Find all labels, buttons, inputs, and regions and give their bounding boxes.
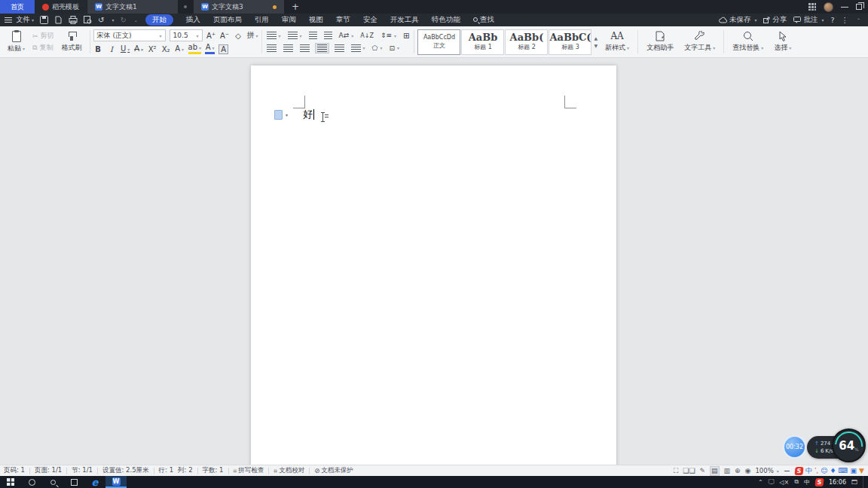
clear-format-button[interactable]: ◇ bbox=[234, 31, 243, 41]
start-button[interactable] bbox=[0, 476, 21, 488]
doc-proof-button[interactable]: ⌗文档校对 bbox=[274, 466, 304, 475]
select-button[interactable]: 选择▾ bbox=[769, 31, 796, 53]
text-tool-button[interactable]: 文字工具▾ bbox=[679, 31, 720, 53]
doc-protect-button[interactable]: ⊘文档未保护 bbox=[314, 466, 353, 475]
ime-emoji-icon[interactable]: ☺ bbox=[821, 467, 827, 474]
save-icon[interactable] bbox=[40, 16, 48, 24]
menu-find[interactable]: 查找 bbox=[473, 15, 494, 25]
book-view-icon[interactable]: ❑❑ bbox=[683, 467, 695, 475]
unsaved-status[interactable]: 未保存▾ bbox=[719, 15, 757, 25]
menu-tab-developer[interactable]: 开发工具 bbox=[390, 15, 419, 25]
ime-keyboard-icon[interactable]: ⌨ bbox=[839, 467, 848, 474]
numbered-list-button[interactable]: ▾ bbox=[286, 31, 304, 40]
document-text[interactable]: 好 bbox=[303, 108, 314, 121]
insert-table-button[interactable]: ⊞ bbox=[402, 31, 411, 41]
subscript-button[interactable]: X₂ bbox=[161, 44, 171, 54]
increase-indent-button[interactable] bbox=[322, 31, 334, 40]
paragraph-settings-button[interactable]: ▾ bbox=[350, 44, 367, 53]
sort-button[interactable]: A↓Z bbox=[359, 32, 375, 40]
style-heading-3[interactable]: AaBbC( 标题 3 bbox=[549, 29, 591, 55]
more-menu-icon[interactable]: ⋮ bbox=[841, 16, 848, 24]
performance-ball-widget[interactable]: 64% bbox=[832, 429, 866, 462]
menu-tab-view[interactable]: 视图 bbox=[309, 15, 323, 25]
line-spacing-button[interactable]: ⇕≡▾ bbox=[379, 31, 398, 40]
network-tray-icon[interactable]: ⧉ bbox=[794, 478, 799, 486]
tab-document-1[interactable]: W 文字文稿1 bbox=[87, 0, 178, 14]
eye-protect-icon[interactable]: ◉ bbox=[745, 467, 751, 475]
volume-tray-icon[interactable]: ◁× bbox=[779, 479, 789, 486]
wps-taskbar-button[interactable]: W bbox=[105, 476, 127, 488]
sogou-tray-icon[interactable]: S bbox=[815, 478, 824, 486]
style-normal[interactable]: AaBbCcDd 正文 bbox=[417, 29, 460, 55]
cut-button[interactable]: ✂剪切 bbox=[32, 31, 54, 41]
redo-icon[interactable]: ↻ bbox=[120, 16, 126, 24]
collapse-ribbon-icon[interactable]: ⌃ bbox=[857, 17, 860, 23]
menu-tab-special-features[interactable]: 特色功能 bbox=[432, 15, 460, 25]
ime-lang-toggle[interactable]: 中 bbox=[805, 466, 812, 476]
user-avatar[interactable] bbox=[824, 2, 833, 12]
quickbar-more-icon[interactable]: ⌄ bbox=[134, 17, 138, 23]
ime-lang-tray[interactable]: 中 bbox=[804, 478, 810, 486]
font-size-select[interactable]: 10.5▾ bbox=[170, 29, 203, 41]
restore-button[interactable] bbox=[856, 4, 862, 10]
page-view-icon[interactable]: ▤ bbox=[710, 466, 720, 476]
styles-scroll-down-icon[interactable]: ▼ bbox=[594, 43, 598, 48]
minimize-button[interactable] bbox=[841, 3, 848, 11]
doc-assistant-button[interactable]: 文档助手 bbox=[641, 31, 679, 53]
spell-check-button[interactable]: ⌗拼写检查 bbox=[234, 466, 264, 475]
style-heading-2[interactable]: AaBb( 标题 2 bbox=[505, 29, 548, 55]
decrease-indent-button[interactable] bbox=[307, 31, 319, 40]
ime-skin-icon[interactable]: ▼ bbox=[859, 467, 864, 474]
new-style-button[interactable]: A̶A 新样式▾ bbox=[600, 32, 634, 53]
timer-widget[interactable]: 00:32 bbox=[783, 435, 806, 459]
borders-button[interactable]: ⊡▾ bbox=[387, 44, 401, 53]
new-tab-button[interactable]: + bbox=[284, 0, 307, 14]
print-preview-icon[interactable] bbox=[84, 16, 92, 24]
show-desktop-button[interactable] bbox=[863, 476, 865, 488]
grow-font-button[interactable]: A⁺ bbox=[206, 31, 216, 41]
align-left-button[interactable] bbox=[265, 44, 278, 53]
fullscreen-view-icon[interactable]: ⛶ bbox=[674, 467, 678, 475]
comment-button[interactable]: 批注▾ bbox=[793, 15, 824, 25]
find-replace-button[interactable]: 查找替换▾ bbox=[727, 31, 769, 53]
export-icon[interactable] bbox=[54, 16, 63, 24]
justify-button[interactable] bbox=[315, 43, 329, 53]
styles-scroll-up-icon[interactable]: ▲ bbox=[594, 35, 598, 41]
clock[interactable]: 16:06 bbox=[829, 479, 846, 486]
undo-icon[interactable]: ↺ bbox=[98, 16, 104, 24]
align-right-button[interactable] bbox=[298, 44, 311, 53]
format-painter-button[interactable]: 格式刷 bbox=[57, 32, 87, 53]
menu-tab-review[interactable]: 审阅 bbox=[282, 15, 296, 25]
font-color-button[interactable]: A▾ bbox=[205, 44, 215, 54]
pinyin-guide-button[interactable]: 拼▾ bbox=[247, 30, 258, 41]
word-count[interactable]: 字数: 1 bbox=[203, 466, 224, 475]
task-view-button[interactable] bbox=[63, 476, 84, 488]
superscript-button[interactable]: X² bbox=[148, 44, 157, 54]
menu-tab-references[interactable]: 引用 bbox=[255, 15, 269, 25]
paste-button[interactable]: 粘贴▾ bbox=[3, 31, 29, 53]
cortana-button[interactable] bbox=[21, 476, 42, 488]
help-button[interactable]: ? bbox=[830, 16, 834, 24]
document-area[interactable]: ▾ 好 bbox=[0, 59, 868, 465]
web-view-icon[interactable]: ⊕ bbox=[735, 467, 741, 475]
style-heading-1[interactable]: AaBb 标题 1 bbox=[461, 29, 504, 55]
tab-docker-templates[interactable]: 稻壳模板 bbox=[35, 0, 87, 14]
sogou-ime-icon[interactable]: S bbox=[794, 467, 803, 475]
align-center-button[interactable] bbox=[282, 44, 295, 53]
zoom-out-button[interactable]: − bbox=[784, 466, 790, 476]
copy-button[interactable]: ⧉复制 bbox=[32, 43, 54, 53]
bullet-list-button[interactable]: ▾ bbox=[265, 31, 283, 40]
notification-center-icon[interactable]: 🗔 bbox=[851, 479, 857, 486]
ime-toolbar[interactable]: S 中 ’, ☺ ♦ ⌨ ▣ ▼ bbox=[795, 466, 864, 476]
tray-expand-icon[interactable]: ⌃ bbox=[758, 479, 763, 486]
bold-button[interactable]: B bbox=[93, 44, 103, 54]
menu-tab-home[interactable]: 开始 bbox=[145, 14, 173, 26]
ime-punctuation-icon[interactable]: ’, bbox=[815, 468, 818, 474]
edge-button[interactable]: e bbox=[84, 476, 105, 488]
menu-tab-page-layout[interactable]: 页面布局 bbox=[213, 15, 242, 25]
menu-tab-insert[interactable]: 插入 bbox=[186, 15, 200, 25]
search-button[interactable] bbox=[42, 476, 63, 488]
display-tray-icon[interactable]: 🖵 bbox=[769, 478, 775, 486]
menu-tab-security[interactable]: 安全 bbox=[363, 15, 377, 25]
character-shading-button[interactable]: A bbox=[219, 44, 228, 54]
